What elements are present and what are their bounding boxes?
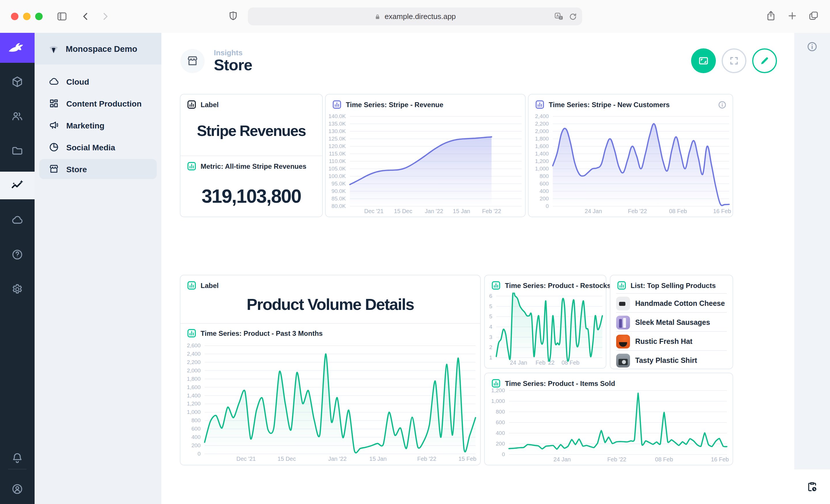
sidebar-item-cloud[interactable]: Cloud — [39, 71, 157, 92]
sidebar-item-label: Social Media — [66, 142, 115, 152]
svg-text:08 Feb: 08 Feb — [562, 360, 579, 366]
share-icon[interactable] — [765, 10, 777, 22]
svg-text:A: A — [556, 13, 559, 18]
notifications-button[interactable] — [0, 444, 35, 472]
traffic-minimize[interactable] — [23, 12, 31, 20]
svg-text:1,800: 1,800 — [187, 376, 200, 382]
label-text: Product Volume Details — [181, 296, 480, 314]
traffic-zoom[interactable] — [35, 12, 43, 20]
panel-icon — [332, 100, 341, 109]
panel-header: Time Series: Product - Past 3 Months — [200, 329, 323, 337]
address-bar[interactable]: example.directus.app A文 — [248, 7, 582, 25]
svg-text:24 Jan: 24 Jan — [585, 208, 602, 214]
sidebar-item-store[interactable]: Store — [39, 159, 157, 179]
breadcrumb[interactable]: Insights — [214, 48, 243, 57]
svg-text:1,400: 1,400 — [187, 393, 200, 399]
product-thumbnail — [616, 296, 630, 310]
project-header[interactable]: Monospace Demo — [35, 33, 161, 65]
tabs-icon[interactable] — [807, 10, 820, 22]
svg-text:2,000: 2,000 — [187, 368, 200, 373]
svg-text:2,200: 2,200 — [187, 359, 200, 365]
product-thumbnail — [616, 354, 630, 367]
module-settings[interactable] — [0, 275, 35, 303]
sidebar-item-social-media[interactable]: Social Media — [39, 137, 157, 157]
list-item[interactable]: Handmade Cotton Cheese — [616, 293, 727, 313]
module-cloud[interactable] — [0, 206, 35, 234]
monospace-logo-icon — [47, 42, 60, 55]
sidebar-toggle-icon[interactable] — [56, 10, 68, 23]
product-name: Rustic Fresh Hat — [635, 337, 693, 345]
insights-dashboard: Insights Store Label Stripe Revenues Met… — [161, 33, 794, 504]
project-name: Monospace Demo — [66, 44, 137, 53]
list-item[interactable]: Rustic Fresh Hat — [616, 331, 727, 351]
module-bar — [0, 33, 35, 504]
shield-icon[interactable] — [228, 10, 238, 21]
back-icon[interactable] — [80, 11, 91, 22]
svg-text:15 Feb: 15 Feb — [458, 456, 476, 462]
sidebar-item-content-production[interactable]: Content Production — [39, 93, 157, 113]
users-icon — [11, 110, 24, 123]
svg-text:Feb '22: Feb '22 — [482, 208, 501, 214]
panel-items-sold: Time Series: Product - Items Sold 1,2001… — [484, 373, 733, 465]
past-3-months-chart: 2,6002,4002,2002,0001,8001,6001,4001,200… — [183, 342, 478, 463]
svg-text:800: 800 — [191, 417, 200, 423]
sidebar-item-label: Marketing — [66, 121, 104, 130]
svg-text:200: 200 — [191, 442, 200, 448]
fullscreen-button[interactable] — [722, 48, 746, 73]
dashboard-icon — [49, 98, 59, 109]
panel-stripe-revenue: Time Series: Stripe - Revenue 140.0K135.… — [325, 94, 526, 217]
list-item[interactable]: Tasty Plastic Shirt — [616, 350, 727, 370]
module-files[interactable] — [0, 137, 35, 165]
svg-text:24 Jan: 24 Jan — [510, 360, 527, 366]
list-item[interactable]: Sleek Metal Sausages — [616, 312, 727, 332]
bell-icon — [11, 451, 24, 464]
panel-header: Metric: All-time Stripe Revenues — [200, 162, 306, 170]
svg-text:1: 1 — [489, 355, 492, 361]
svg-text:16 Feb: 16 Feb — [713, 208, 731, 214]
svg-text:90.0K: 90.0K — [331, 188, 346, 194]
url-text: example.directus.app — [384, 12, 456, 21]
restocks-chart: 655432124 JanFeb '2208 Feb — [487, 293, 605, 366]
page-title: Store — [214, 57, 252, 74]
module-bar-divider — [8, 469, 27, 469]
svg-text:1,400: 1,400 — [535, 150, 549, 157]
edit-button[interactable] — [752, 48, 777, 73]
resize-panel-button[interactable] — [691, 48, 716, 73]
module-insights[interactable] — [0, 172, 35, 199]
activity-dock-button[interactable] — [794, 469, 830, 504]
new-tab-icon[interactable] — [787, 10, 798, 21]
svg-text:15 Jan: 15 Jan — [370, 456, 387, 462]
items-sold-chart: 1,2001,000800600400200024 JanFeb '2208 F… — [487, 387, 729, 463]
user-menu-button[interactable] — [0, 475, 35, 503]
svg-text:400: 400 — [540, 188, 549, 194]
svg-text:400: 400 — [496, 430, 505, 436]
module-users[interactable] — [0, 103, 35, 130]
traffic-close[interactable] — [11, 12, 19, 20]
reload-icon[interactable] — [568, 12, 578, 21]
forward-icon[interactable] — [100, 11, 111, 22]
module-content[interactable] — [0, 68, 35, 96]
directus-rabbit-logo — [7, 40, 27, 55]
svg-text:15 Dec: 15 Dec — [278, 456, 296, 462]
svg-text:24 Jan: 24 Jan — [553, 456, 571, 463]
sidebar-info-button[interactable] — [794, 41, 830, 53]
storefront-icon — [186, 55, 199, 67]
panel-header: Time Series: Stripe - New Customers — [549, 101, 670, 108]
panel-icon — [187, 100, 196, 109]
svg-text:2,400: 2,400 — [535, 113, 549, 119]
svg-text:文: 文 — [560, 16, 562, 19]
megaphone-icon — [49, 120, 59, 131]
svg-text:85.0K: 85.0K — [331, 196, 346, 202]
svg-text:1,000: 1,000 — [187, 409, 200, 415]
panel-icon — [536, 100, 544, 109]
svg-text:6: 6 — [489, 293, 492, 299]
svg-text:200: 200 — [540, 196, 549, 202]
activity-clipboard-icon — [806, 480, 819, 493]
translate-icon[interactable]: A文 — [554, 11, 564, 21]
directus-logo[interactable] — [0, 33, 35, 63]
svg-text:105.0K: 105.0K — [328, 166, 346, 172]
info-icon[interactable] — [717, 100, 727, 109]
module-help[interactable] — [0, 241, 35, 268]
sidebar-item-label: Store — [66, 164, 87, 174]
sidebar-item-marketing[interactable]: Marketing — [39, 115, 157, 135]
